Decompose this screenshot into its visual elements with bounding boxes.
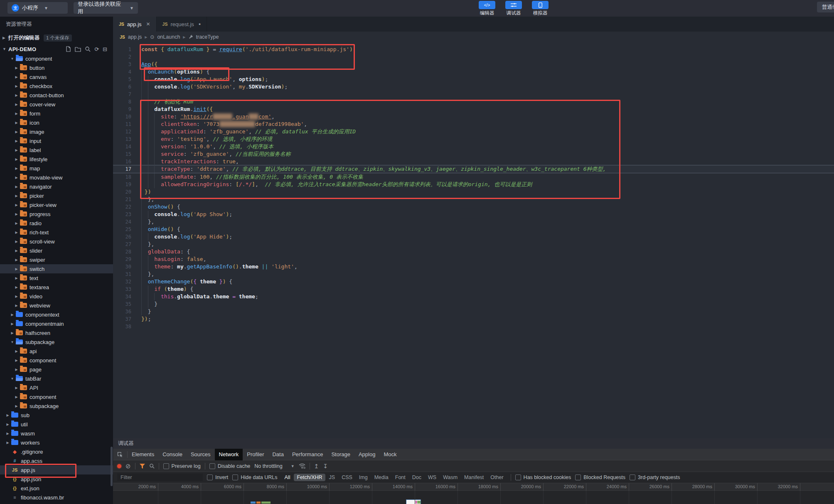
resource-chip-ws[interactable]: WS bbox=[425, 474, 439, 481]
search-network-icon[interactable] bbox=[149, 463, 155, 469]
code-line-12[interactable]: 12applicationId: 'zfb_guance', // 必填, da… bbox=[113, 128, 834, 135]
close-icon[interactable]: ✕ bbox=[146, 21, 150, 27]
waterfall-bar-orange[interactable] bbox=[256, 502, 261, 504]
tree-item-canvas[interactable]: ▶canvas bbox=[0, 72, 113, 81]
code-line-4[interactable]: 4onLaunch(options) { bbox=[113, 68, 834, 76]
simulator-toggle-button[interactable]: 模拟器 bbox=[531, 1, 549, 16]
devtools-tab-profiler[interactable]: Profiler bbox=[243, 449, 268, 460]
code-line-24[interactable]: 24}, bbox=[113, 218, 834, 226]
tree-item-radio[interactable]: ▶radio bbox=[0, 219, 113, 228]
waterfall-area[interactable] bbox=[113, 491, 834, 504]
code-line-25[interactable]: 25onHide() { bbox=[113, 226, 834, 233]
code-line-23[interactable]: 23console.log('App Show'); bbox=[113, 211, 834, 218]
invert-checkbox[interactable]: Invert bbox=[207, 474, 228, 480]
code-line-10[interactable]: 10site: 'https://rxxxxxx.guanxxxcom', bbox=[113, 113, 834, 120]
code-area[interactable]: 1const { datafluxRum } = require('./util… bbox=[113, 46, 834, 330]
code-line-8[interactable]: 8// 初始化 Rum bbox=[113, 98, 834, 106]
tree-item-contact-button[interactable]: ▶contact-button bbox=[0, 91, 113, 100]
tree-item-input[interactable]: ▶input bbox=[0, 136, 113, 145]
tree-item-halfscreen[interactable]: ▶halfscreen bbox=[0, 328, 113, 337]
waterfall-bar-blue[interactable] bbox=[251, 502, 256, 504]
inspect-element-icon[interactable] bbox=[113, 451, 128, 458]
tree-item-wasm[interactable]: ▶wasm bbox=[0, 429, 113, 438]
sidebar-scrollbar[interactable] bbox=[111, 447, 113, 486]
tree-item-swiper[interactable]: ▶swiper bbox=[0, 255, 113, 264]
code-line-36[interactable]: 36} bbox=[113, 308, 834, 315]
devtools-tab-mock[interactable]: Mock bbox=[379, 449, 401, 460]
tree-item-app-acss[interactable]: #app.acss bbox=[0, 456, 113, 465]
preserve-log-checkbox[interactable]: Preserve log bbox=[163, 463, 201, 469]
tree-item-tabbar[interactable]: ▼tabBar bbox=[0, 374, 113, 383]
tree-item-text[interactable]: ▶text bbox=[0, 273, 113, 283]
resource-chip-font[interactable]: Font bbox=[392, 474, 408, 481]
tree-item-textarea[interactable]: ▶textarea bbox=[0, 283, 113, 292]
code-line-28[interactable]: 28globalData: { bbox=[113, 248, 834, 256]
code-line-7[interactable]: 7 bbox=[113, 91, 834, 98]
tree-item-slider[interactable]: ▶slider bbox=[0, 246, 113, 255]
breadcrumb-file[interactable]: app.js bbox=[128, 34, 142, 40]
editor-toggle-button[interactable]: </> 编辑器 bbox=[478, 1, 496, 16]
tree-item-fibonacci-wasm-br[interactable]: ≡fibonacci.wasm.br bbox=[0, 493, 113, 502]
new-folder-icon[interactable] bbox=[75, 47, 81, 52]
code-line-21[interactable]: 21}, bbox=[113, 196, 834, 203]
tree-item-form[interactable]: ▶form bbox=[0, 109, 113, 118]
tree-item-image[interactable]: ▶image bbox=[0, 127, 113, 136]
code-line-5[interactable]: 5console.log('App Launch', options); bbox=[113, 76, 834, 83]
code-line-26[interactable]: 26console.log('App Hide'); bbox=[113, 233, 834, 241]
devtools-tab-storage[interactable]: Storage bbox=[327, 449, 354, 460]
devtools-tab-performance[interactable]: Performance bbox=[288, 449, 327, 460]
resource-chip-fetch-xhr[interactable]: Fetch/XHR bbox=[294, 474, 325, 481]
blocked-requests-checkbox[interactable]: Blocked Requests bbox=[575, 474, 625, 480]
resource-chip-manifest[interactable]: Manifest bbox=[461, 474, 487, 481]
tree-item-picker[interactable]: ▶picker bbox=[0, 191, 113, 200]
resource-chip-all[interactable]: All bbox=[282, 474, 293, 481]
tree-item-component[interactable]: ▶component bbox=[0, 392, 113, 401]
third-party-requests-checkbox[interactable]: 3rd-party requests bbox=[630, 474, 680, 480]
tree-item-lifestyle[interactable]: ▶lifestyle bbox=[0, 155, 113, 164]
open-editors-section[interactable]: ▶ 打开的编辑器 1 个未保存 bbox=[2, 33, 72, 42]
tab-requestjs[interactable]: JS request.js ● bbox=[157, 17, 207, 32]
tree-item-button[interactable]: ▶button bbox=[0, 63, 113, 72]
tree-item-webview[interactable]: ▶webview bbox=[0, 301, 113, 310]
code-line-32[interactable]: 32onThemeChange({ theme }) { bbox=[113, 278, 834, 285]
code-line-20[interactable]: 20}) bbox=[113, 188, 834, 196]
resource-chip-media[interactable]: Media bbox=[371, 474, 391, 481]
tree-item-subpackage[interactable]: ▶subpackage bbox=[0, 401, 113, 411]
disable-cache-checkbox[interactable]: Disable cache bbox=[209, 463, 251, 469]
code-line-11[interactable]: 11clientToken: '7073xxxxxxxxxxxdef7acd19… bbox=[113, 120, 834, 128]
code-line-33[interactable]: 33if (theme) { bbox=[113, 285, 834, 293]
import-har-icon[interactable]: ↥ bbox=[314, 463, 319, 470]
tree-item-video[interactable]: ▶video bbox=[0, 292, 113, 301]
tree-item-sub[interactable]: ▶sub bbox=[0, 411, 113, 420]
devtools-tab-network[interactable]: Network bbox=[215, 449, 243, 460]
code-line-27[interactable]: 27}, bbox=[113, 241, 834, 248]
code-line-2[interactable]: 2 bbox=[113, 53, 834, 61]
debugger-toggle-button[interactable]: 调试器 bbox=[504, 1, 523, 16]
devtools-tab-data[interactable]: Data bbox=[268, 449, 288, 460]
tree-item-ext-json[interactable]: {}ext.json bbox=[0, 484, 113, 493]
miniprogram-menu[interactable]: 支 小程序 ▼ bbox=[7, 2, 68, 14]
breadcrumb-symbol[interactable]: onLaunch bbox=[157, 34, 180, 40]
filter-input[interactable] bbox=[117, 474, 203, 481]
tree-item-component[interactable]: ▶component bbox=[0, 356, 113, 365]
code-line-17[interactable]: 17traceType: 'ddtrace', // 非必填, 默认为ddtra… bbox=[113, 165, 834, 173]
tree-item-cover-view[interactable]: ▶cover-view bbox=[0, 100, 113, 109]
export-har-icon[interactable]: ↧ bbox=[323, 463, 328, 470]
code-line-29[interactable]: 29hasLogin: false, bbox=[113, 256, 834, 263]
resource-chip-wasm[interactable]: Wasm bbox=[440, 474, 460, 481]
code-line-19[interactable]: 19allowedTracingOrigins: [/.*/], // 非必填,… bbox=[113, 181, 834, 188]
record-network-log-icon[interactable] bbox=[117, 464, 121, 468]
tree-item-label[interactable]: ▶label bbox=[0, 145, 113, 155]
refresh-icon[interactable]: ⟳ bbox=[94, 46, 99, 52]
code-line-35[interactable]: 35} bbox=[113, 300, 834, 308]
tree-item-componentmain[interactable]: ▶componentmain bbox=[0, 319, 113, 328]
tree-item-api[interactable]: ▶API bbox=[0, 383, 113, 392]
devtools-tab-elements[interactable]: Elements bbox=[128, 449, 158, 460]
breadcrumb-property[interactable]: traceType bbox=[196, 34, 219, 40]
code-line-3[interactable]: 3App({ bbox=[113, 61, 834, 68]
filter-funnel-icon[interactable] bbox=[140, 464, 145, 469]
tree-item-movable-view[interactable]: ▶movable-view bbox=[0, 173, 113, 182]
tree-item-app-json[interactable]: {}app.json bbox=[0, 474, 113, 484]
code-line-38[interactable]: 38 bbox=[113, 323, 834, 330]
has-blocked-cookies-checkbox[interactable]: Has blocked cookies bbox=[515, 474, 571, 480]
